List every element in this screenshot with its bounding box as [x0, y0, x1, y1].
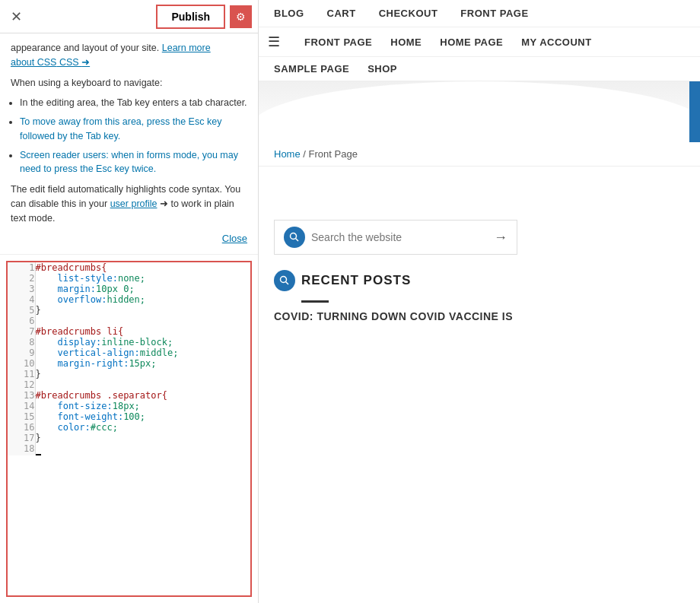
line-number: 16: [8, 422, 35, 433]
keyboard-tips-list: In the editing area, the Tab key enters …: [20, 96, 247, 176]
help-text-area: appearance and layout of your site. Lear…: [0, 33, 258, 255]
svg-point-0: [291, 233, 297, 240]
tip-item-2: To move away from this area, press the E…: [20, 115, 247, 144]
code-content: #breadcrumbs .separator{: [35, 390, 250, 401]
breadcrumb-row: Home / Front Page: [259, 142, 700, 167]
code-content: }: [35, 305, 250, 316]
line-number: 8: [8, 337, 35, 348]
hamburger-icon[interactable]: ☰: [268, 33, 280, 50]
code-content: list-style:none;: [35, 273, 250, 284]
code-line-row: 4 overflow:hidden;: [8, 294, 250, 305]
tip-item-1: In the editing area, the Tab key enters …: [20, 96, 247, 110]
line-number: 18: [8, 443, 35, 455]
nav-blog[interactable]: BLOG: [274, 8, 304, 19]
svg-line-1: [296, 239, 299, 242]
line-number: 5: [8, 305, 35, 316]
nav-front-page[interactable]: FRONT PAGE: [460, 8, 528, 19]
search-icon: [284, 227, 305, 248]
nav-third-row: SAMPLE PAGE SHOP: [259, 57, 700, 81]
line-number: 17: [8, 433, 35, 443]
code-line-row: 15 font-weight:100;: [8, 411, 250, 422]
code-content: margin:10px 0;: [35, 284, 250, 294]
search-input[interactable]: [311, 231, 482, 243]
code-line-row: 7#breadcrumbs li{: [8, 326, 250, 337]
code-content: }: [35, 433, 250, 443]
wave-area: [259, 81, 700, 142]
publish-button[interactable]: Publish: [156, 5, 225, 29]
line-number: 7: [8, 326, 35, 337]
search-arrow-button[interactable]: →: [494, 230, 508, 246]
nav-front-page-2[interactable]: FRONT PAGE: [304, 36, 372, 48]
code-line-row: 9 vertical-align:middle;: [8, 348, 250, 358]
nav-home-page[interactable]: HOME PAGE: [440, 36, 503, 48]
learn-more-link[interactable]: Learn more: [162, 43, 211, 53]
nav-checkout[interactable]: CHECKOUT: [379, 8, 438, 19]
breadcrumb-current: Front Page: [309, 148, 358, 160]
tip-item-3: Screen reader users: when in forms mode,…: [20, 148, 247, 177]
code-line-row: 5}: [8, 305, 250, 316]
user-profile-link[interactable]: user profile: [110, 198, 158, 209]
code-content: [35, 316, 250, 326]
recent-posts-row: RECENT POSTS: [259, 262, 700, 299]
code-line-row: 2 list-style:none;: [8, 273, 250, 284]
code-line-row: 14 font-size:18px;: [8, 401, 250, 411]
post-preview: COVID: TURNING DOWN COVID VACCINE IS: [259, 303, 700, 322]
code-line-row: 3 margin:10px 0;: [8, 284, 250, 294]
code-table: 1#breadcrumbs{2 list-style:none;3 margin…: [8, 262, 250, 455]
line-number: 4: [8, 294, 35, 305]
code-content: vertical-align:middle;: [35, 348, 250, 358]
line-number: 3: [8, 284, 35, 294]
code-line-row: 18: [8, 443, 250, 455]
code-content: [35, 443, 250, 455]
code-line-row: 17}: [8, 433, 250, 443]
nav-second-row: ☰ FRONT PAGE HOME HOME PAGE MY ACCOUNT: [259, 27, 700, 57]
code-content: display:inline-block;: [35, 337, 250, 348]
code-line-row: 16 color:#ccc;: [8, 422, 250, 433]
settings-button[interactable]: ⚙: [230, 5, 252, 28]
code-line-row: 6: [8, 316, 250, 326]
recent-posts-icon: [274, 270, 295, 291]
keyboard-heading: When using a keyboard to navigate:: [11, 76, 247, 90]
code-content: #breadcrumbs{: [35, 262, 250, 273]
about-css-link[interactable]: about CSS CSS ➜: [11, 57, 90, 68]
code-content: color:#ccc;: [35, 422, 250, 433]
nav-top-row: BLOG CART CHECKOUT FRONT PAGE: [259, 0, 700, 27]
search-row: →: [259, 212, 700, 262]
code-content: }: [35, 369, 250, 379]
breadcrumb-home[interactable]: Home: [274, 148, 301, 160]
line-number: 10: [8, 358, 35, 369]
close-x-button[interactable]: ✕: [6, 5, 27, 28]
post-title[interactable]: COVID: TURNING DOWN COVID VACCINE IS: [274, 310, 685, 322]
nav-my-account[interactable]: MY ACCOUNT: [521, 36, 591, 48]
search-box: →: [274, 220, 517, 255]
nav-sample-page[interactable]: SAMPLE PAGE: [274, 63, 349, 75]
svg-line-3: [286, 282, 289, 285]
line-number: 1: [8, 262, 35, 273]
nav-home[interactable]: HOME: [390, 36, 422, 48]
line-number: 9: [8, 348, 35, 358]
code-content: font-weight:100;: [35, 411, 250, 422]
recent-posts-title: RECENT POSTS: [301, 273, 411, 288]
close-link[interactable]: Close: [11, 231, 247, 246]
css-code-editor[interactable]: 1#breadcrumbs{2 list-style:none;3 margin…: [6, 261, 252, 597]
line-number: 15: [8, 411, 35, 422]
code-content: overflow:hidden;: [35, 294, 250, 305]
spacer-area: [259, 167, 700, 212]
line-number: 2: [8, 273, 35, 284]
code-content: font-size:18px;: [35, 401, 250, 411]
nav-cart[interactable]: CART: [327, 8, 356, 19]
right-panel: BLOG CART CHECKOUT FRONT PAGE ☰ FRONT PA…: [259, 0, 700, 603]
intro-text: appearance and layout of your site.: [11, 43, 159, 53]
code-content: [35, 379, 250, 390]
left-panel: ✕ Publish ⚙ appearance and layout of you…: [0, 0, 259, 603]
line-number: 12: [8, 379, 35, 390]
line-number: 14: [8, 401, 35, 411]
code-line-row: 10 margin-right:15px;: [8, 358, 250, 369]
code-line-row: 1#breadcrumbs{: [8, 262, 250, 273]
code-content: #breadcrumbs li{: [35, 326, 250, 337]
code-line-row: 12: [8, 379, 250, 390]
edit-field-note: The edit field automatically highlights …: [11, 182, 247, 225]
right-blue-bar: [689, 81, 700, 142]
nav-shop[interactable]: SHOP: [368, 63, 397, 75]
code-line-row: 13#breadcrumbs .separator{: [8, 390, 250, 401]
